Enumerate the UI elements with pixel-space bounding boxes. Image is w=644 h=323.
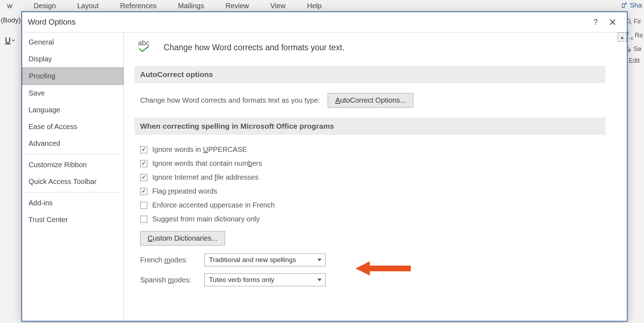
spelling-checkbox-row: Ignore words in UPPERCASE <box>134 143 616 157</box>
sidebar-item-quick-access-toolbar[interactable]: Quick Access Toolbar <box>22 173 123 190</box>
dialog-titlebar: Word Options ? <box>22 12 627 32</box>
close-button[interactable] <box>604 15 621 29</box>
options-sidebar: GeneralDisplayProofingSaveLanguageEase o… <box>22 32 124 321</box>
underline-button[interactable]: U <box>5 36 15 45</box>
ribbon-item[interactable]: Design <box>34 2 56 10</box>
checkbox-label: Ignore words that contain numbers <box>152 159 262 168</box>
ribbon-item[interactable]: Layout <box>77 2 99 10</box>
chevron-down-icon <box>11 39 15 42</box>
checkbox[interactable] <box>140 160 147 167</box>
sidebar-item-advanced[interactable]: Advanced <box>22 135 123 152</box>
spelling-checkbox-row: Ignore words that contain numbers <box>134 157 616 170</box>
spelling-checkbox-row: Enforce accented uppercase in French <box>134 198 616 212</box>
sidebar-item-add-ins[interactable]: Add-ins <box>22 195 123 211</box>
checkbox[interactable] <box>140 174 147 181</box>
sidebar-separator <box>26 154 120 154</box>
french-modes-label: French modes: <box>140 256 197 264</box>
autocorrect-options-button[interactable]: AutoCorrect Options... <box>328 93 413 108</box>
checkbox-label: Enforce accented uppercase in French <box>152 201 275 209</box>
help-button[interactable]: ? <box>587 15 604 29</box>
ribbon-item[interactable]: Review <box>225 2 249 10</box>
proofing-hero-text: Change how Word corrects and formats you… <box>164 43 344 52</box>
scroll-up-button[interactable]: ▲ <box>618 32 627 42</box>
sidebar-item-general[interactable]: General <box>22 34 123 51</box>
spanish-modes-label: Spanish modes: <box>140 276 197 284</box>
sidebar-item-ease-of-access[interactable]: Ease of Access <box>22 118 123 135</box>
sidebar-separator <box>26 192 120 193</box>
font-body-label: (Body) <box>0 15 21 26</box>
checkbox-label: Flag repeated words <box>152 187 217 195</box>
ribbon-item[interactable]: w <box>7 2 12 10</box>
sidebar-item-save[interactable]: Save <box>22 85 123 102</box>
french-modes-select[interactable]: Traditional and new spellings <box>204 253 326 266</box>
spanish-modes-select[interactable]: Tuteo verb forms only <box>204 273 326 286</box>
checkbox[interactable] <box>140 202 147 209</box>
svg-line-1 <box>630 22 632 24</box>
sidebar-item-customize-ribbon[interactable]: Customize Ribbon <box>22 157 123 173</box>
share-button[interactable]: Sha <box>619 1 644 10</box>
ribbon-item[interactable]: References <box>120 2 157 10</box>
ribbon-item[interactable]: View <box>270 2 286 10</box>
ribbon-item[interactable]: Help <box>307 2 322 10</box>
checkbox[interactable] <box>140 146 147 153</box>
checkbox[interactable] <box>140 216 147 223</box>
checkbox-label: Ignore Internet and file addresses <box>152 173 259 181</box>
checkbox-label: Ignore words in UPPERCASE <box>152 145 247 154</box>
ribbon-item[interactable]: Mailings <box>178 2 204 10</box>
spelling-checkbox-row: Ignore Internet and file addresses <box>134 170 616 184</box>
custom-dictionaries-button[interactable]: Custom Dictionaries... <box>140 231 225 246</box>
proofing-icon: abc <box>138 39 155 56</box>
sidebar-item-display[interactable]: Display <box>22 51 123 67</box>
checkbox[interactable] <box>140 188 147 195</box>
autocorrect-description: Change how Word corrects and formats tex… <box>140 96 320 104</box>
ribbon-menu: w Design Layout References Mailings Revi… <box>0 0 644 11</box>
share-icon <box>621 2 628 9</box>
word-options-dialog: Word Options ? GeneralDisplayProofingSav… <box>21 11 628 322</box>
sidebar-item-proofing[interactable]: Proofing <box>22 67 123 85</box>
section-autocorrect: AutoCorrect options <box>134 66 605 83</box>
sidebar-item-trust-center[interactable]: Trust Center <box>22 211 123 228</box>
spelling-checkbox-row: Flag repeated words <box>134 184 616 198</box>
spelling-checkbox-row: Suggest from main dictionary only <box>134 212 616 226</box>
checkbox-label: Suggest from main dictionary only <box>152 215 260 223</box>
close-icon <box>609 19 616 25</box>
options-content: ▲ abc Change how Word corrects and forma… <box>124 32 627 321</box>
dialog-title: Word Options <box>28 17 587 27</box>
section-spelling: When correcting spelling in Microsoft Of… <box>134 118 605 135</box>
sidebar-item-language[interactable]: Language <box>22 102 123 118</box>
